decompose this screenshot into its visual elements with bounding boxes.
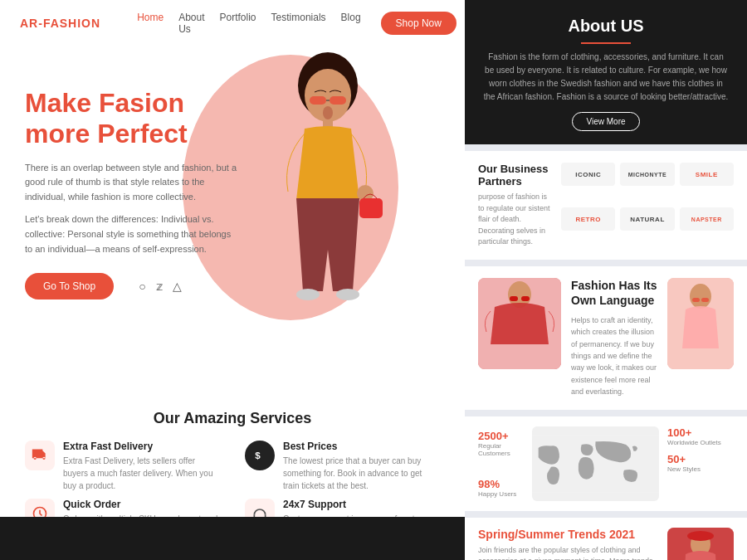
- stat-happy: 98% Happy Users: [478, 478, 524, 498]
- nav-portfolio[interactable]: Portfolio: [220, 12, 256, 35]
- about-card: About US Fashion is the form of clothing…: [465, 0, 747, 144]
- world-map: [532, 426, 659, 501]
- nav-home[interactable]: Home: [137, 12, 164, 35]
- stat-outlets-label: Worldwide Outlets: [667, 439, 734, 446]
- hero-desc2: Let's break down the differences: Indivi…: [25, 212, 241, 256]
- svg-rect-7: [359, 198, 383, 218]
- spring-img: [667, 528, 734, 560]
- spring-title: Spring/Summer Trends 2021: [478, 528, 657, 541]
- dollar-icon-wrap: $: [245, 441, 275, 470]
- stat-styles: 50+ New Styles: [667, 453, 734, 473]
- partners-desc: purpose of fashion is to regulate our si…: [478, 192, 553, 248]
- left-panel: AR-FASHION Home About Us Portfolio Testi…: [0, 0, 465, 560]
- spring-section: Spring/Summer Trends 2021 Join friends a…: [465, 518, 747, 560]
- fashion-lang-desc: Helps to craft an identity, which create…: [571, 314, 657, 398]
- svg-rect-2: [310, 96, 326, 105]
- stat-styles-label: New Styles: [667, 465, 734, 473]
- partner-smile: Smile: [680, 163, 734, 186]
- fashion-lang-title: Fashion Has Its Own Language: [571, 278, 657, 308]
- service-best-prices-text: Best Prices The lowest price that a buye…: [283, 441, 440, 492]
- stat-customers-num: 2500+: [478, 430, 524, 442]
- stat-happy-label: Happy Users: [478, 490, 524, 498]
- hero-person: [237, 51, 419, 358]
- nav-links: Home About Us Portfolio Testimonials Blo…: [137, 12, 360, 35]
- partner-iconic: Iconic: [561, 163, 615, 186]
- partner-natural: natural: [620, 207, 674, 231]
- svg-rect-20: [701, 298, 709, 302]
- svg-point-8: [296, 289, 320, 300]
- services-title: Our Amazing Services: [25, 410, 440, 427]
- stat-outlets: 100+ Worldwide Outlets: [667, 426, 734, 446]
- truck-icon-wrap: [25, 441, 55, 470]
- svg-rect-19: [692, 298, 700, 302]
- logo: AR-FASHION: [20, 17, 100, 30]
- about-desc: Fashion is the form of clothing, accesso…: [483, 51, 729, 104]
- stat-happy-num: 98%: [478, 478, 524, 490]
- shop-now-button[interactable]: Shop Now: [381, 12, 456, 35]
- spring-desc: Join friends are the popular styles of c…: [478, 545, 657, 560]
- twitter-icon[interactable]: 𝕫: [156, 280, 163, 293]
- partners-section: Our Business Partners purpose of fashion…: [465, 151, 747, 260]
- stat-styles-num: 50+: [667, 453, 734, 465]
- partners-logos: Iconic MICHONYTE Smile RETRO natural Nap…: [561, 163, 734, 248]
- hero-section: Make Fasion more Perfect There is an ove…: [0, 46, 465, 395]
- fashion-img-pink: [667, 278, 734, 369]
- service-fast-delivery-text: Extra Fast Delivery Extra Fast Delivery,…: [63, 441, 220, 492]
- hero-content: Make Fasion more Perfect There is an ove…: [25, 63, 241, 299]
- about-title: About US: [483, 17, 729, 36]
- fashion-img-red: [478, 278, 561, 369]
- dollar-icon: $: [251, 447, 268, 464]
- nav-blog[interactable]: Blog: [341, 12, 361, 35]
- stats-section: 2500+ Regular Customers 98% Happy Users: [465, 416, 747, 511]
- svg-point-18: [690, 284, 711, 309]
- view-more-button[interactable]: View More: [572, 112, 639, 131]
- partners-title: Our Business Partners: [478, 163, 553, 187]
- svg-point-9: [336, 289, 359, 300]
- dark-bottom-bar: [0, 517, 465, 560]
- partners-left: Our Business Partners purpose of fashion…: [478, 163, 553, 248]
- svg-rect-25: [691, 533, 710, 539]
- stats-left: 2500+ Regular Customers 98% Happy Users: [478, 426, 524, 501]
- svg-text:$: $: [255, 450, 261, 460]
- nav-about[interactable]: About Us: [178, 12, 204, 35]
- partner-michonyte: MICHONYTE: [620, 163, 674, 186]
- stats-right: 100+ Worldwide Outlets 50+ New Styles: [667, 426, 734, 501]
- stat-outlets-num: 100+: [667, 426, 734, 439]
- service-best-prices: $ Best Prices The lowest price that a bu…: [245, 441, 440, 492]
- hero-desc1: There is an overlap between style and fa…: [25, 161, 241, 205]
- svg-point-10: [323, 106, 333, 119]
- github-icon[interactable]: △: [173, 280, 182, 293]
- fashion-lang-card: Fashion Has Its Own Language Helps to cr…: [465, 266, 747, 410]
- nav-testimonials[interactable]: Testimonials: [271, 12, 326, 35]
- go-to-shop-button[interactable]: Go To Shop: [25, 273, 114, 299]
- spring-text: Spring/Summer Trends 2021 Join friends a…: [478, 528, 657, 560]
- navbar: AR-FASHION Home About Us Portfolio Testi…: [0, 0, 465, 46]
- svg-rect-16: [521, 296, 530, 301]
- stat-customers-label: Regular Customers: [478, 442, 524, 457]
- truck-icon: [32, 447, 48, 464]
- about-underline: [581, 42, 631, 44]
- right-panel: About US Fashion is the form of clothing…: [465, 0, 747, 560]
- svg-rect-15: [510, 296, 518, 301]
- svg-rect-3: [330, 96, 346, 105]
- fashion-lang-text: Fashion Has Its Own Language Helps to cr…: [571, 278, 657, 398]
- stat-customers: 2500+ Regular Customers: [478, 430, 524, 457]
- service-fast-delivery: Extra Fast Delivery Extra Fast Delivery,…: [25, 441, 220, 492]
- instagram-icon[interactable]: ○: [139, 280, 145, 293]
- hero-title: Make Fasion more Perfect: [25, 88, 241, 149]
- partner-retro: RETRO: [561, 207, 615, 231]
- social-icons: ○ 𝕫 △: [139, 280, 181, 293]
- partner-napster: Napster: [680, 207, 734, 231]
